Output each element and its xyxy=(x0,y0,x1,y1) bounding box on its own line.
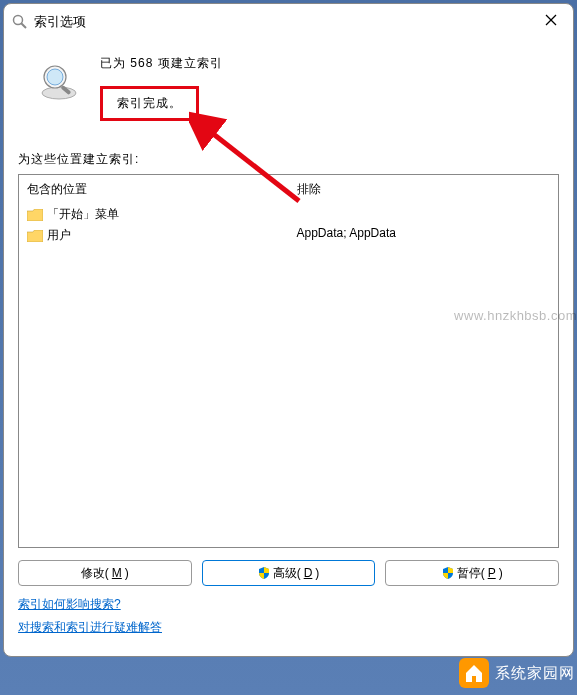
advanced-button[interactable]: 高级(D) xyxy=(202,560,376,586)
indexing-icon xyxy=(12,14,28,30)
item-excluded: AppData; AppData xyxy=(297,226,396,240)
site-logo: 系统家园网 xyxy=(459,658,575,688)
locations-label: 为这些位置建立索引: xyxy=(18,151,559,168)
magnifier-icon xyxy=(38,61,80,106)
col-excluded-header: 排除 xyxy=(297,181,551,198)
shield-icon xyxy=(442,567,454,579)
col-included-header: 包含的位置 xyxy=(27,181,281,198)
index-count-line: 已为 568 项建立索引 xyxy=(100,55,223,72)
status-area: 已为 568 项建立索引 索引完成。 xyxy=(38,47,559,121)
pause-button[interactable]: 暂停(P) xyxy=(385,560,559,586)
house-icon xyxy=(459,658,489,688)
index-complete-highlight: 索引完成。 xyxy=(100,86,199,121)
svg-point-6 xyxy=(47,69,63,85)
svg-line-1 xyxy=(21,23,26,28)
modify-button[interactable]: 修改(M) xyxy=(18,560,192,586)
shield-icon xyxy=(258,567,270,579)
item-name: 用户 xyxy=(47,227,71,244)
svg-point-4 xyxy=(42,87,76,99)
folder-icon xyxy=(27,230,43,242)
indexing-options-window: 索引选项 已为 568 项建立索引 索引完成。 xyxy=(3,3,574,657)
link-how-index-affects-search[interactable]: 索引如何影响搜索? xyxy=(18,596,121,613)
window-title: 索引选项 xyxy=(34,13,86,31)
list-item[interactable]: 用户 xyxy=(27,227,281,244)
svg-point-0 xyxy=(14,15,23,24)
link-troubleshoot[interactable]: 对搜索和索引进行疑难解答 xyxy=(18,619,162,636)
locations-list[interactable]: 包含的位置 「开始」菜单 用户 排除 AppData; AppData xyxy=(18,174,559,548)
titlebar: 索引选项 xyxy=(4,4,573,39)
folder-icon xyxy=(27,209,43,221)
item-name: 「开始」菜单 xyxy=(47,206,119,223)
close-button[interactable] xyxy=(537,10,565,33)
list-item[interactable]: 「开始」菜单 xyxy=(27,206,281,223)
